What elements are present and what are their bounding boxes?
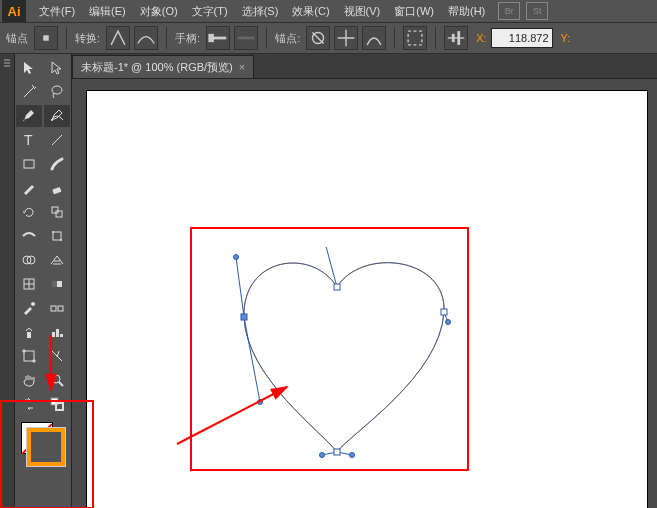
svg-line-37 (236, 257, 244, 317)
align-btn[interactable] (444, 26, 468, 50)
x-label: X: (476, 32, 486, 44)
width-tool[interactable] (16, 225, 42, 247)
pencil-tool[interactable] (16, 177, 42, 199)
rectangle-tool[interactable] (16, 153, 42, 175)
svg-rect-30 (56, 329, 59, 337)
lasso-tool[interactable] (44, 81, 70, 103)
hand-tool[interactable] (16, 369, 42, 391)
svg-rect-16 (56, 211, 62, 217)
svg-rect-15 (52, 207, 58, 213)
svg-rect-9 (458, 31, 461, 45)
perspective-grid-tool[interactable] (44, 249, 70, 271)
menu-help[interactable]: 帮助(H) (441, 0, 492, 22)
curvature-tool[interactable] (44, 105, 70, 127)
convert-label: 转换: (75, 31, 100, 46)
toolbox: T (15, 54, 72, 508)
line-segment-tool[interactable] (44, 129, 70, 151)
bridge-icon[interactable]: Br (498, 2, 520, 20)
handle-show-btn[interactable] (206, 26, 230, 50)
blend-tool[interactable] (44, 297, 70, 319)
svg-rect-3 (238, 37, 255, 40)
svg-rect-51 (441, 309, 447, 315)
anchor-label: 锚点 (6, 31, 28, 46)
menu-file[interactable]: 文件(F) (32, 0, 82, 22)
svg-rect-50 (334, 284, 340, 290)
svg-rect-31 (60, 334, 63, 337)
symbol-sprayer-tool[interactable] (16, 321, 42, 343)
isolate-btn[interactable] (403, 26, 427, 50)
menu-text[interactable]: 文字(T) (185, 0, 235, 22)
anchor-del-btn[interactable] (306, 26, 330, 50)
mesh-tool[interactable] (16, 273, 42, 295)
x-value-field[interactable]: 118.872 (491, 28, 553, 48)
svg-rect-28 (27, 332, 31, 338)
toggle-fill-stroke-icon[interactable] (16, 393, 42, 415)
convert-smooth-btn[interactable] (134, 26, 158, 50)
dock-toggle-icon[interactable] (2, 58, 12, 68)
svg-rect-6 (408, 31, 422, 45)
scale-tool[interactable] (44, 201, 70, 223)
zoom-tool[interactable] (44, 369, 70, 391)
svg-point-47 (320, 453, 325, 458)
selection-tool[interactable] (16, 57, 42, 79)
svg-point-18 (52, 231, 54, 233)
menu-edit[interactable]: 编辑(E) (82, 0, 133, 22)
svg-rect-13 (24, 160, 34, 168)
menu-select[interactable]: 选择(S) (235, 0, 286, 22)
stock-icon[interactable]: St (526, 2, 548, 20)
rotate-tool[interactable] (16, 201, 42, 223)
svg-line-12 (52, 135, 62, 145)
default-fill-stroke-icon[interactable] (44, 393, 70, 415)
artboard-tool[interactable] (16, 345, 42, 367)
anchor-mode-btn[interactable] (34, 26, 58, 50)
document-tab[interactable]: 未标题-1* @ 100% (RGB/预览) × (72, 55, 254, 78)
canvas-viewport[interactable] (72, 79, 657, 508)
anchor-add-btn[interactable] (334, 26, 358, 50)
fill-stroke-color-well[interactable] (21, 422, 65, 466)
close-tab-icon[interactable]: × (239, 61, 245, 73)
anchor-path-btn[interactable] (362, 26, 386, 50)
type-tool[interactable]: T (16, 129, 42, 151)
shape-builder-tool[interactable] (16, 249, 42, 271)
magic-wand-tool[interactable] (16, 81, 42, 103)
svg-point-19 (60, 239, 62, 241)
heart-path-object[interactable] (222, 247, 482, 487)
menu-bar: Ai 文件(F) 编辑(E) 对象(O) 文字(T) 选择(S) 效果(C) 视… (0, 0, 657, 22)
menu-effect[interactable]: 效果(C) (285, 0, 336, 22)
menu-window[interactable]: 窗口(W) (387, 0, 441, 22)
handle-label: 手柄: (175, 31, 200, 46)
svg-point-44 (258, 400, 263, 405)
svg-point-10 (52, 86, 62, 94)
column-graph-tool[interactable] (44, 321, 70, 343)
svg-rect-27 (58, 306, 63, 311)
gradient-tool[interactable] (44, 273, 70, 295)
menu-object[interactable]: 对象(O) (133, 0, 185, 22)
slice-tool[interactable] (44, 345, 70, 367)
svg-point-48 (350, 453, 355, 458)
paintbrush-tool[interactable] (44, 153, 70, 175)
handle-hide-btn[interactable] (234, 26, 258, 50)
svg-rect-32 (24, 351, 34, 361)
pen-tool[interactable] (16, 105, 42, 127)
svg-rect-17 (53, 232, 61, 240)
options-bar: 锚点 转换: 手柄: 锚点: X: 118.872 Y: (0, 22, 657, 54)
eyedropper-tool[interactable] (16, 297, 42, 319)
svg-rect-49 (241, 314, 247, 320)
document-tab-bar: 未标题-1* @ 100% (RGB/预览) × (72, 54, 657, 79)
svg-line-38 (244, 317, 260, 402)
svg-rect-2 (209, 34, 215, 42)
svg-rect-26 (51, 306, 56, 311)
svg-line-39 (324, 247, 337, 287)
svg-text:T: T (24, 132, 33, 148)
y-label: Y: (561, 32, 571, 44)
svg-line-34 (59, 382, 63, 386)
svg-point-46 (446, 320, 451, 325)
dock-column (0, 54, 15, 508)
svg-point-43 (234, 255, 239, 260)
convert-corner-btn[interactable] (106, 26, 130, 50)
stroke-color-box[interactable] (27, 428, 65, 466)
direct-selection-tool[interactable] (44, 57, 70, 79)
free-transform-tool[interactable] (44, 225, 70, 247)
menu-view[interactable]: 视图(V) (337, 0, 388, 22)
eraser-tool[interactable] (44, 177, 70, 199)
